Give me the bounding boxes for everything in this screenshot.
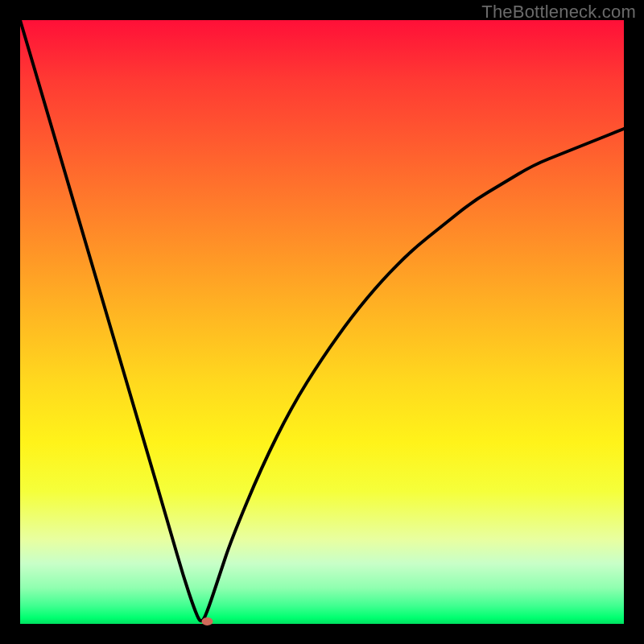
chart-frame: TheBottleneck.com [0, 0, 644, 644]
plot-area [20, 20, 624, 624]
svg-point-0 [202, 617, 213, 625]
bottleneck-curve [20, 20, 624, 624]
